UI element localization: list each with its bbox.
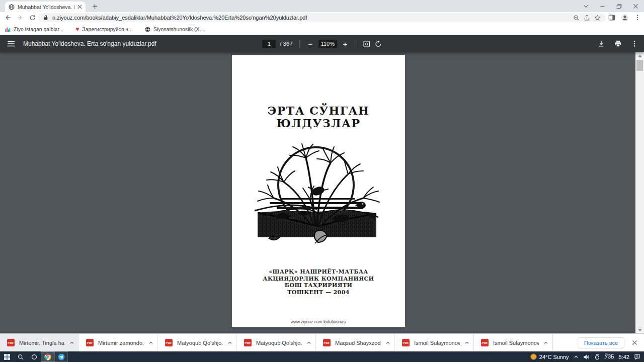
divider <box>356 40 356 48</box>
reload-icon[interactable] <box>29 15 36 21</box>
taskbar-telegram-icon[interactable] <box>54 351 68 362</box>
download-chevron-icon[interactable] <box>543 340 548 345</box>
heart-icon: ♥ <box>75 26 79 32</box>
tab-title: Muhabbat Yo'ldosheva. Erta so'n <box>18 4 74 10</box>
show-all-downloads-button[interactable]: Показать все <box>578 337 624 348</box>
book-title: ЭРТА СЎНГАН ЮЛДУЗЛАР <box>232 105 405 130</box>
divider <box>299 40 300 48</box>
pdf-zoom-level[interactable]: 110% <box>318 40 337 48</box>
print-icon[interactable] <box>614 40 622 47</box>
tray-app-icon[interactable] <box>594 354 600 360</box>
bookmark-item-siyosat[interactable]: Siyosatshunoslik (X.... <box>145 26 205 32</box>
pdf-menu-hamburger-icon[interactable] <box>7 41 15 47</box>
volume-icon[interactable] <box>583 354 590 360</box>
window-restore-button[interactable] <box>611 0 627 12</box>
bar-chart-icon <box>5 27 11 32</box>
pdf-toolbar: Muhabbat Yo'ldosheva. Erta so'ngan yuldu… <box>0 35 644 52</box>
pdf-page-total: / 367 <box>280 41 293 47</box>
fit-to-page-icon[interactable] <box>363 40 370 48</box>
globe-favicon-icon <box>9 4 15 10</box>
taskbar-search-icon[interactable] <box>14 351 27 362</box>
download-item[interactable]: PDF Maqsud Shayxzod....pdf <box>316 334 395 351</box>
pdf-scrollbar[interactable] <box>635 52 644 333</box>
download-item[interactable]: PDF Matyoqub Qo'shjo....pdf <box>158 334 237 351</box>
scroll-up-icon[interactable] <box>635 52 644 59</box>
window-close-button[interactable] <box>627 0 644 12</box>
download-filename: Maqsud Shayxzod....pdf <box>335 340 381 346</box>
language-indicator[interactable]: ЎЗБ <box>605 354 614 359</box>
new-tab-button[interactable] <box>91 2 99 11</box>
weather-text: 24°C Sunny <box>539 354 569 360</box>
download-filename: Mirtemir. Tingla ha....pdf <box>19 340 65 346</box>
downloads-bar-close-icon[interactable] <box>632 340 637 345</box>
download-filename: Matyoqub Qo'shjo....pdf <box>177 340 223 346</box>
window-minimize-button[interactable] <box>594 0 611 12</box>
action-center-icon[interactable] <box>634 353 640 360</box>
pdf-more-kebab-icon[interactable] <box>631 40 637 47</box>
bookmark-label: Зарегистрируйся н... <box>82 26 133 32</box>
side-panel-icon[interactable] <box>608 14 615 21</box>
windows-taskbar: 24°C Sunny ЎЗБ 5:42 <box>0 351 644 362</box>
bookmark-item-register[interactable]: ♥ Зарегистрируйся н... <box>75 26 133 32</box>
profile-avatar[interactable] <box>621 14 629 22</box>
bookmark-star-icon[interactable] <box>594 15 601 21</box>
download-item[interactable]: PDF Mirtemir. Tingla ha....pdf <box>0 334 79 351</box>
download-item[interactable]: PDF Matyoqub Qo'shjo....pdf <box>237 334 316 351</box>
download-filename: Ismoil Sulaymonov....pdf <box>493 340 539 346</box>
forward-icon[interactable] <box>17 14 24 21</box>
browser-menu-kebab-icon[interactable] <box>634 15 640 21</box>
pdf-document-title: Muhabbat Yo'ldosheva. Erta so'ngan yuldu… <box>23 40 156 47</box>
tab-search-chevron-icon[interactable] <box>578 0 594 12</box>
download-chevron-icon[interactable] <box>385 340 390 345</box>
page-watermark: www.ziyouz.com kutubxonasi <box>232 319 405 324</box>
download-chevron-icon[interactable] <box>69 340 74 345</box>
download-item[interactable]: PDF Mirtemir zamondo....pdf <box>79 334 158 351</box>
download-chevron-icon[interactable] <box>148 340 153 345</box>
rotate-icon[interactable] <box>374 40 382 48</box>
scroll-down-icon[interactable] <box>635 326 644 333</box>
address-omnibox[interactable]: n.ziyouz.com/books/adabiy_esdaliklar/Muh… <box>38 13 606 22</box>
download-chevron-icon[interactable] <box>464 340 469 345</box>
cortana-icon[interactable] <box>27 351 41 362</box>
sun-icon <box>530 353 537 360</box>
share-icon[interactable] <box>584 15 590 21</box>
window-controls <box>578 0 644 12</box>
back-icon[interactable] <box>4 14 11 21</box>
scrollbar-thumb[interactable] <box>636 60 643 71</box>
download-item[interactable]: PDF Ismoil Sulaymonov....pdf <box>395 334 474 351</box>
pdf-page[interactable]: ЭРТА СЎНГАН ЮЛДУЗЛАР <box>232 55 405 327</box>
start-button[interactable] <box>0 351 14 362</box>
download-icon[interactable] <box>598 40 605 47</box>
pdf-file-icon: PDF <box>481 339 489 346</box>
downloads-bar: PDF Mirtemir. Tingla ha....pdf PDF Mirte… <box>0 333 644 351</box>
pdf-canvas[interactable]: ЭРТА СЎНГАН ЮЛДУЗЛАР <box>0 52 644 333</box>
pdf-file-icon: PDF <box>323 339 331 346</box>
zoom-out-button[interactable]: − <box>306 40 314 48</box>
clock[interactable]: 5:42 <box>619 354 629 360</box>
browser-tab-strip: Muhabbat Yo'ldosheva. Erta so'n <box>0 0 644 12</box>
taskbar-chrome-icon[interactable] <box>41 351 54 362</box>
hidden-icons-chevron-icon[interactable] <box>574 354 579 359</box>
lock-icon[interactable] <box>43 15 48 21</box>
download-filename: Matyoqub Qo'shjo....pdf <box>256 340 302 346</box>
publisher-block: «ШАРҚ» НАШРИЁТ-МАТБАА АКЦИЯДОРЛИК КОМПАН… <box>232 268 405 296</box>
pdf-file-icon: PDF <box>244 339 252 346</box>
browser-tab[interactable]: Muhabbat Yo'ldosheva. Erta so'n <box>5 2 86 12</box>
nav-buttons <box>4 12 36 23</box>
download-chevron-icon[interactable] <box>227 340 232 345</box>
pdf-page-input[interactable]: 1 <box>262 40 276 48</box>
tab-close-icon[interactable] <box>77 5 82 9</box>
address-bar-row: n.ziyouz.com/books/adabiy_esdaliklar/Muh… <box>0 12 644 23</box>
pdf-file-icon: PDF <box>86 339 94 346</box>
bookmark-item-ziyo[interactable]: Ziyo istagan qalblar... <box>5 26 63 32</box>
pdf-file-icon: PDF <box>165 339 173 346</box>
download-item[interactable]: PDF Ismoil Sulaymonov....pdf <box>474 334 553 351</box>
weather-widget[interactable]: 24°C Sunny <box>530 353 569 360</box>
zoom-in-button[interactable]: + <box>341 40 349 48</box>
zoom-page-icon[interactable] <box>573 15 580 21</box>
globe-icon <box>145 27 150 32</box>
url-text[interactable]: n.ziyouz.com/books/adabiy_esdaliklar/Muh… <box>52 15 569 21</box>
download-chevron-icon[interactable] <box>306 340 311 345</box>
bookmark-label: Ziyo istagan qalblar... <box>14 26 63 32</box>
screen: Muhabbat Yo'ldosheva. Erta so'n <box>0 0 644 362</box>
